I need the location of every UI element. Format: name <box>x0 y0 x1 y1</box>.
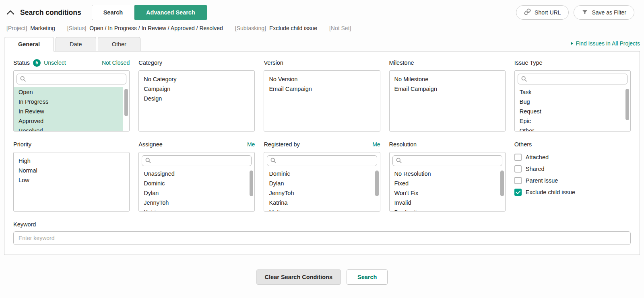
status-option[interactable]: Open <box>14 87 123 97</box>
priority-option[interactable]: Normal <box>14 166 123 175</box>
resolution-label: Resolution <box>389 141 417 148</box>
milestone-option[interactable]: Email Campaign <box>390 84 499 94</box>
milestone-option[interactable]: No Milestone <box>390 74 499 84</box>
tab-search[interactable]: Search <box>92 5 134 20</box>
keyword-input[interactable] <box>13 231 631 245</box>
keyword-section: Keyword <box>13 221 631 245</box>
panel-tabs: General Date Other Find Issues in All Pr… <box>0 37 644 51</box>
version-option[interactable]: No Version <box>264 74 373 84</box>
version-option[interactable]: Email Campaign <box>264 84 373 94</box>
status-not-closed-link[interactable]: Not Closed <box>102 60 130 66</box>
status-unselect-link[interactable]: Unselect <box>44 60 66 66</box>
summary-not-set: [Not Set] <box>329 25 351 31</box>
status-label: Status <box>13 60 30 66</box>
assignee-option[interactable]: Dylan <box>139 188 248 198</box>
version-listbox: No Version Email Campaign <box>264 70 380 132</box>
filter-version: Version No Version Email Campaign <box>264 59 380 132</box>
issue-type-option[interactable]: Epic <box>515 116 624 126</box>
registered-by-scrollbar-thumb[interactable] <box>375 171 379 196</box>
search-submit-button[interactable]: Search <box>347 269 388 285</box>
filter-assignee: Assignee Me Unassigned Dominic Dylan <box>138 140 255 212</box>
resolution-listbox: No Resolution Fixed Won't Fix Invalid Du… <box>389 152 506 212</box>
checkbox-icon <box>514 165 522 173</box>
checkbox-shared[interactable]: Shared <box>514 165 631 173</box>
triangle-right-icon <box>571 42 573 45</box>
resolution-scrollbar-thumb[interactable] <box>500 171 504 196</box>
category-listbox: No Category Campaign Design <box>138 70 255 132</box>
filter-milestone: Milestone No Milestone Email Campaign <box>389 59 506 132</box>
priority-option[interactable]: High <box>14 156 123 166</box>
top-bar: Search conditions Search Advanced Search… <box>0 0 644 23</box>
short-url-button[interactable]: Short URL <box>516 5 569 20</box>
assignee-listbox: Unassigned Dominic Dylan JennyToh Katrin… <box>138 152 255 212</box>
tab-advanced-search[interactable]: Advanced Search <box>134 5 207 20</box>
issue-type-option[interactable]: Bug <box>515 97 624 107</box>
assignee-me-link[interactable]: Me <box>247 141 255 148</box>
issue-type-option[interactable]: Request <box>515 107 624 116</box>
resolution-option[interactable]: Fixed <box>390 179 499 188</box>
assignee-option[interactable]: JennyToh <box>139 198 248 208</box>
tab-other[interactable]: Other <box>98 37 140 51</box>
assignee-scrollbar-thumb[interactable] <box>250 171 253 196</box>
registered-by-option[interactable]: Dylan <box>264 179 373 188</box>
assignee-option[interactable]: Unassigned <box>139 169 248 179</box>
others-checkbox-list: Attached Shared Parent issue Exclude chi… <box>514 152 631 196</box>
search-conditions-panel: Status 5 Unselect Not Closed Open In Pro… <box>4 51 640 255</box>
find-all-projects-link[interactable]: Find Issues in All Projects <box>571 40 640 48</box>
resolution-filter-input[interactable] <box>392 155 502 166</box>
resolution-option[interactable]: Invalid <box>390 198 499 208</box>
category-option[interactable]: No Category <box>139 74 248 84</box>
registered-by-filter-input[interactable] <box>267 155 377 166</box>
registered-by-option[interactable]: Dominic <box>264 169 373 179</box>
filter-others: Others Attached Shared Parent issue <box>514 140 631 212</box>
tab-date[interactable]: Date <box>56 37 96 51</box>
clear-search-conditions-button[interactable]: Clear Search Conditions <box>256 269 341 285</box>
checkbox-attached[interactable]: Attached <box>514 154 631 161</box>
assignee-option[interactable]: Katrina <box>139 208 248 212</box>
registered-by-option[interactable]: Katrina <box>264 198 373 208</box>
issue-type-filter-input[interactable] <box>518 74 627 84</box>
status-count-badge: 5 <box>33 59 41 67</box>
resolution-option[interactable]: Won't Fix <box>390 188 499 198</box>
status-listbox: Open In Progress In Review Approved Reso… <box>13 70 130 132</box>
status-option[interactable]: In Progress <box>14 97 123 107</box>
registered-by-me-link[interactable]: Me <box>372 141 380 148</box>
resolution-option[interactable]: Duplication <box>390 208 499 212</box>
assignee-option[interactable]: Dominic <box>139 179 248 188</box>
collapse-chevron-icon[interactable] <box>6 10 14 15</box>
checkbox-icon <box>514 154 522 161</box>
search-mode-tabs: Search Advanced Search <box>92 5 207 20</box>
milestone-label: Milestone <box>389 60 414 66</box>
issue-type-option[interactable]: Other <box>515 126 624 132</box>
issue-type-option[interactable]: Task <box>515 87 624 97</box>
summary-project: [Project] Marketing <box>6 25 55 31</box>
status-filter-input[interactable] <box>17 74 126 84</box>
resolution-option[interactable]: No Resolution <box>390 169 499 179</box>
status-option[interactable]: Approved <box>14 116 123 126</box>
priority-option[interactable]: Low <box>14 175 123 185</box>
assignee-filter-input[interactable] <box>142 155 252 166</box>
summary-status-value: Open / In Progress / In Review / Approve… <box>89 25 223 31</box>
category-option[interactable]: Design <box>139 94 248 103</box>
registered-by-listbox: Dominic Dylan JennyToh Katrina Melissa <box>264 152 380 212</box>
conditions-summary: [Project] Marketing [Status] Open / In P… <box>0 23 644 37</box>
link-icon <box>524 8 531 16</box>
checkbox-exclude-child-issue[interactable]: Exclude child issue <box>514 189 631 196</box>
registered-by-option[interactable]: Melissa <box>264 208 373 212</box>
tab-general[interactable]: General <box>4 37 54 51</box>
checkbox-checked-icon <box>514 189 522 196</box>
assignee-label: Assignee <box>138 141 163 148</box>
category-option[interactable]: Campaign <box>139 84 248 94</box>
filter-resolution: Resolution No Resolution Fixed Won't Fix… <box>389 140 506 212</box>
issue-type-scrollbar-thumb[interactable] <box>625 89 629 120</box>
save-as-filter-button[interactable]: Save as Filter <box>574 5 634 20</box>
save-as-filter-label: Save as Filter <box>592 9 626 16</box>
version-label: Version <box>264 60 283 66</box>
status-option[interactable]: In Review <box>14 107 123 116</box>
checkbox-parent-issue[interactable]: Parent issue <box>514 177 631 184</box>
registered-by-label: Registered by <box>264 141 299 148</box>
registered-by-option[interactable]: JennyToh <box>264 188 373 198</box>
status-option[interactable]: Resolved <box>14 126 123 132</box>
page-title: Search conditions <box>20 8 81 17</box>
status-scrollbar-thumb[interactable] <box>124 89 128 116</box>
